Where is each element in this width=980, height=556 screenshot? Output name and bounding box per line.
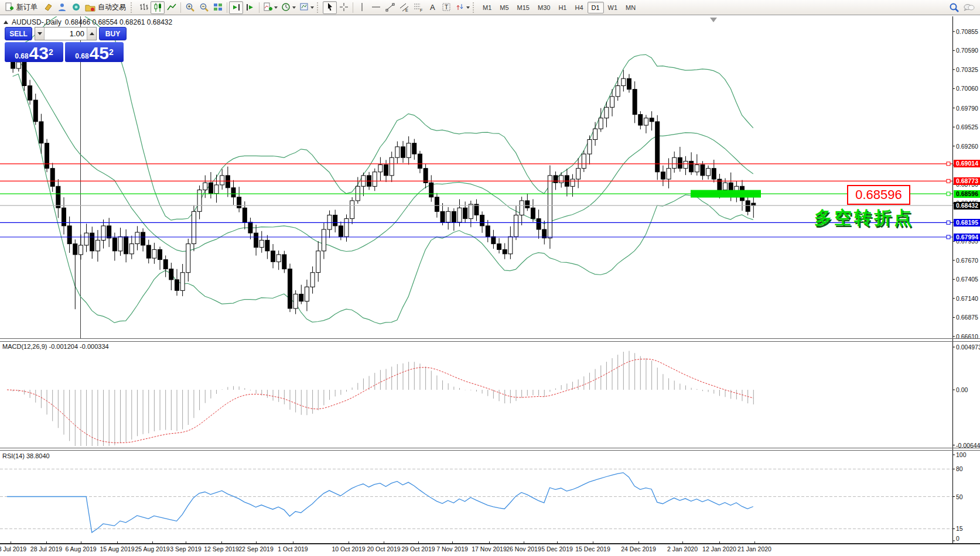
buy-button[interactable]: BUY [99, 27, 127, 40]
vertical-line-button[interactable] [355, 1, 369, 14]
vertical-line-icon [357, 2, 367, 12]
indicators-button[interactable] [261, 1, 279, 14]
volume-input[interactable] [45, 28, 87, 40]
pivot-note-text[interactable]: 多空转折点 [814, 206, 914, 230]
candle-body [622, 78, 626, 85]
timeframe-m30[interactable]: M30 [534, 2, 554, 13]
rsi-axis-label: 0 [956, 535, 980, 542]
toolbar-right [947, 1, 976, 14]
indicators-icon [263, 2, 273, 12]
pane-splitter[interactable] [0, 448, 980, 448]
candle-body [22, 62, 26, 86]
timeframe-h4[interactable]: H4 [571, 2, 587, 13]
candle-body [67, 226, 71, 244]
candle-body [452, 211, 456, 222]
candle-body [124, 236, 128, 254]
horizontal-line-button[interactable] [369, 1, 383, 14]
candle-body [231, 188, 235, 197]
crosshair-button[interactable] [337, 1, 351, 14]
timeframe-d1[interactable]: D1 [588, 2, 604, 13]
timeframe-mn[interactable]: MN [622, 2, 640, 13]
profile-button[interactable] [55, 1, 69, 14]
zoom-in-button[interactable] [183, 1, 197, 14]
channel-button[interactable]: E [397, 1, 411, 14]
line-chart-button[interactable] [165, 1, 179, 14]
candle-body [192, 211, 196, 243]
candle-body [378, 165, 383, 172]
candle-body [599, 118, 603, 129]
candle-body [78, 245, 83, 255]
price-axis-tick-label: 0.67405 [956, 276, 980, 283]
spin-up-icon [90, 32, 94, 35]
candle-body [237, 197, 241, 208]
search-icon [949, 2, 959, 13]
periods-button[interactable] [279, 1, 298, 14]
new-order-button[interactable] [2, 1, 16, 14]
autotrade-button[interactable] [83, 1, 97, 14]
chat-button[interactable] [961, 1, 976, 14]
search-button[interactable] [947, 1, 961, 14]
news-button[interactable] [69, 1, 83, 14]
mt4-terminal: 新订单 自动交易 [0, 0, 980, 556]
fibonacci-button[interactable]: F [411, 1, 425, 14]
volume-decrease-button[interactable] [35, 28, 45, 40]
text-button[interactable]: A [425, 1, 439, 14]
auto-scroll-button[interactable] [229, 1, 243, 14]
pane-splitter[interactable] [0, 450, 980, 451]
candle-body [554, 176, 558, 183]
candle-body [180, 273, 185, 291]
tile-windows-button[interactable] [211, 1, 225, 14]
candle-body [62, 208, 66, 226]
chart-shift-marker[interactable] [710, 18, 717, 22]
line-chart-icon [167, 2, 177, 12]
cursor-button[interactable] [323, 1, 337, 14]
toolbar-grip [317, 2, 320, 13]
timeframe-m1[interactable]: M1 [479, 2, 496, 13]
candle-body [305, 287, 309, 301]
macd-axis-label: 0.00 [956, 386, 980, 393]
candle-body [163, 260, 168, 269]
candle-body [322, 229, 326, 251]
dropdown-caret [310, 6, 314, 9]
zoom-out-button[interactable] [197, 1, 211, 14]
pane-splitter[interactable] [0, 341, 980, 342]
volume-increase-button[interactable] [87, 28, 96, 40]
timeframe-m15[interactable]: M15 [513, 2, 534, 13]
chart-shift-button[interactable] [243, 1, 257, 14]
timeframe-h1[interactable]: H1 [554, 2, 571, 13]
metaeditor-button[interactable] [41, 1, 55, 14]
sell-button[interactable]: SELL [5, 27, 32, 40]
chart-area[interactable] [0, 0, 980, 556]
candle-body [638, 115, 643, 125]
timeframe-w1[interactable]: W1 [604, 2, 622, 13]
candle-body [401, 147, 405, 157]
pane-splitter[interactable] [0, 338, 980, 339]
candle-body [33, 100, 37, 122]
level-anchor-square [947, 192, 950, 195]
candle-body [446, 211, 450, 222]
price-callout-label[interactable]: 0.68596 [847, 185, 910, 205]
sell-price-prefix: 0.68 [15, 52, 28, 61]
bar-chart-button[interactable] [136, 1, 151, 14]
collapse-panel-icon[interactable] [4, 20, 8, 24]
trendline-button[interactable] [383, 1, 397, 14]
level-anchor-square [947, 179, 950, 183]
candle-body [299, 294, 303, 301]
candle-body [101, 226, 105, 241]
candlestick-chart-button[interactable] [151, 1, 165, 14]
candle-body [186, 244, 190, 273]
sell-price-button[interactable]: 0.68 43 2 [5, 42, 63, 62]
buy-price-button[interactable]: 0.68 45 2 [65, 42, 124, 62]
templates-button[interactable] [298, 1, 316, 14]
text-label-button[interactable]: T [439, 1, 453, 14]
timeframe-m5[interactable]: M5 [496, 2, 513, 13]
candle-body [73, 244, 77, 255]
one-click-trading-panel: SELL BUY 0.68 43 2 0.68 45 2 [5, 27, 127, 62]
level-anchor-square [947, 235, 950, 239]
arrows-button[interactable] [453, 1, 472, 14]
candle-body [678, 157, 682, 168]
candle-body [514, 215, 518, 237]
buy-price-prefix: 0.68 [75, 52, 88, 61]
candle-body [497, 244, 501, 250]
candle-body [259, 240, 264, 247]
